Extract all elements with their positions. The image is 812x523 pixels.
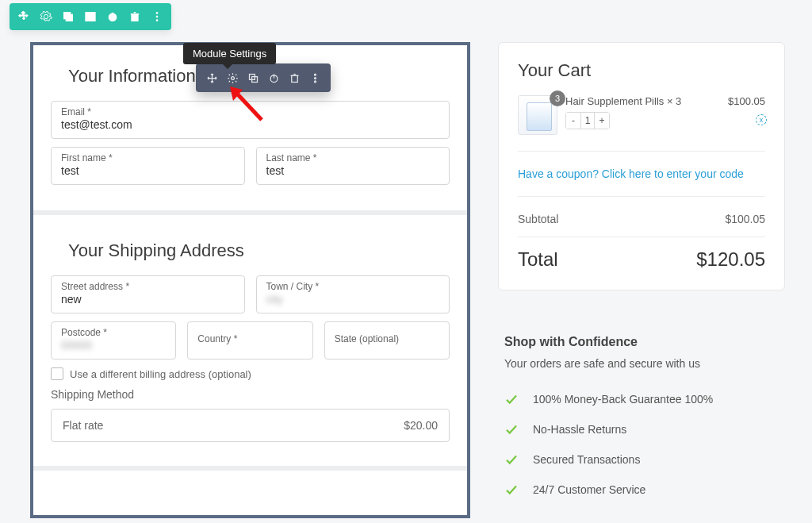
confidence-text: No-Hassle Returns	[533, 423, 626, 436]
subtotal-label: Subtotal	[518, 213, 558, 225]
check-icon	[504, 392, 519, 406]
svg-point-10	[156, 12, 158, 13]
divider	[518, 151, 765, 152]
move-icon[interactable]	[13, 6, 34, 27]
divider	[518, 196, 765, 197]
qty-badge: 3	[550, 90, 565, 106]
street-label: Street address *	[61, 281, 235, 292]
cart-item-price: $100.05	[728, 95, 765, 107]
different-billing-checkbox-row[interactable]: Use a different billing address (optiona…	[51, 367, 450, 380]
section-title-shipping: Your Shipping Address	[68, 240, 450, 261]
more-icon[interactable]	[305, 68, 324, 87]
list-item: 24/7 Customer Service	[504, 475, 779, 505]
last-name-value: test	[266, 164, 440, 177]
last-name-label: Last name *	[266, 152, 440, 163]
state-field[interactable]: State (optional)	[324, 321, 450, 360]
postcode-label: Postcode *	[61, 327, 166, 338]
confidence-subtitle: Your orders are safe and secure with us	[504, 357, 779, 370]
quantity-stepper[interactable]: - 1 +	[565, 112, 610, 129]
next-section-peek	[33, 471, 467, 494]
svg-line-24	[236, 93, 262, 120]
confidence-title: Shop with Confidence	[504, 335, 779, 349]
move-icon[interactable]	[202, 68, 221, 87]
check-icon	[504, 452, 519, 467]
last-name-field[interactable]: Last name * test	[256, 147, 450, 185]
list-item: No-Hassle Returns	[504, 414, 779, 444]
trash-icon[interactable]	[124, 6, 145, 27]
power-icon[interactable]	[264, 68, 283, 87]
shipping-method-heading: Shipping Method	[51, 388, 450, 401]
checkbox-icon[interactable]	[51, 367, 63, 380]
tooltip-module-settings: Module Settings	[183, 43, 276, 64]
cart-title: Your Cart	[518, 60, 765, 81]
subtotal-value: $100.05	[725, 213, 765, 225]
town-value: city	[266, 293, 440, 306]
duplicate-icon[interactable]	[243, 68, 262, 87]
gear-icon[interactable]	[223, 68, 242, 87]
confidence-list: 100% Money-Back Guarantee 100% No-Hassle…	[504, 384, 779, 505]
svg-rect-2	[86, 13, 95, 21]
trash-icon[interactable]	[285, 68, 304, 87]
svg-point-22	[314, 77, 316, 79]
total-row: Total $120.05	[518, 248, 765, 271]
confidence-section: Shop with Confidence Your orders are saf…	[498, 325, 785, 505]
confidence-text: 24/7 Customer Service	[533, 483, 645, 496]
total-value: $120.05	[696, 248, 765, 271]
confidence-text: 100% Money-Back Guarantee 100%	[533, 393, 713, 406]
list-item: 100% Money-Back Guarantee 100%	[504, 384, 779, 414]
town-label: Town / City *	[266, 281, 440, 292]
state-label: State (optional)	[335, 333, 439, 344]
more-icon[interactable]	[147, 6, 167, 27]
power-icon[interactable]	[102, 6, 123, 27]
street-field[interactable]: Street address * new	[51, 275, 245, 313]
qty-decrease-button[interactable]: -	[566, 113, 580, 129]
svg-rect-1	[66, 14, 72, 21]
shipping-method-option[interactable]: Flat rate $20.00	[51, 409, 450, 442]
cart-card: Your Cart 3 Hair Supplement Pills × 3 - …	[498, 42, 785, 290]
country-field[interactable]: Country *	[187, 321, 312, 360]
column-icon[interactable]	[80, 6, 101, 27]
check-icon	[504, 483, 519, 497]
subtotal-row: Subtotal $100.05	[518, 213, 765, 225]
duplicate-icon[interactable]	[58, 6, 79, 27]
gear-icon[interactable]	[36, 6, 56, 27]
postcode-field[interactable]: Postcode * 00000	[51, 321, 176, 360]
street-value: new	[61, 293, 235, 306]
list-item: Secured Transactions	[504, 444, 779, 475]
divider	[518, 237, 765, 237]
total-label: Total	[518, 248, 558, 271]
qty-increase-button[interactable]: +	[595, 113, 609, 129]
cart-item-name: Hair Supplement Pills × 3	[565, 95, 720, 107]
flat-rate-price: $20.00	[404, 419, 438, 432]
svg-rect-18	[291, 75, 297, 82]
town-field[interactable]: Town / City * city	[256, 275, 450, 313]
first-name-field[interactable]: First name * test	[51, 147, 245, 185]
cart-item-row: 3 Hair Supplement Pills × 3 - 1 + $100.0…	[518, 95, 765, 135]
country-label: Country *	[197, 333, 302, 344]
first-name-value: test	[61, 164, 235, 177]
first-name-label: First name *	[61, 152, 235, 163]
svg-point-13	[231, 76, 234, 79]
flat-rate-label: Flat rate	[63, 419, 103, 432]
different-billing-label: Use a different billing address (optiona…	[70, 368, 251, 380]
svg-point-23	[314, 80, 316, 82]
annotation-arrow	[228, 87, 268, 126]
confidence-text: Secured Transactions	[533, 453, 640, 466]
check-icon	[504, 422, 519, 436]
svg-point-21	[314, 74, 316, 75]
svg-point-12	[156, 20, 158, 21]
coupon-link[interactable]: Have a coupon? Click here to enter your …	[518, 167, 765, 180]
row-toolbar[interactable]	[10, 3, 171, 30]
svg-rect-7	[132, 14, 138, 21]
qty-value: 1	[580, 113, 595, 129]
remove-item-button[interactable]: x	[756, 114, 767, 125]
postcode-value: 00000	[61, 339, 166, 352]
svg-point-11	[156, 16, 158, 17]
